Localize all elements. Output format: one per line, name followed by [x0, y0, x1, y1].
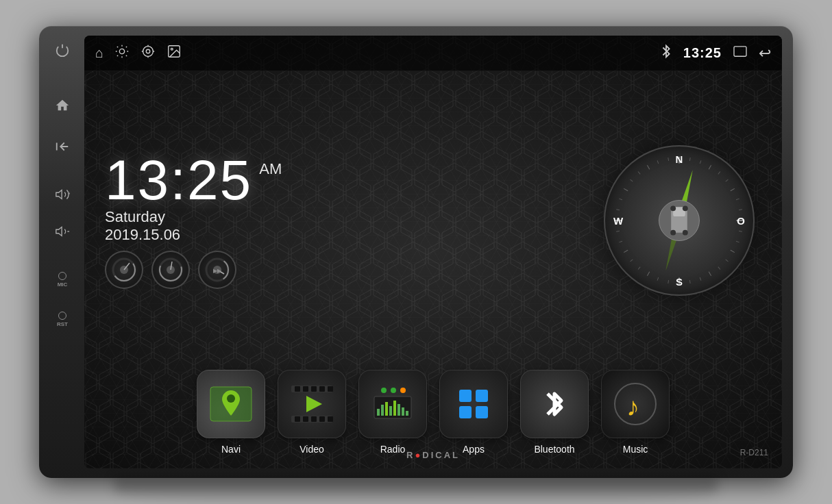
apps-label: Apps: [463, 444, 485, 455]
svg-line-58: [739, 231, 742, 231]
svg-rect-113: [459, 390, 472, 402]
rst-button[interactable]: RST: [51, 308, 73, 330]
svg-rect-111: [402, 407, 404, 416]
svg-line-64: [668, 280, 669, 284]
back-icon[interactable]: ↩: [759, 45, 771, 62]
svg-line-12: [117, 47, 118, 47]
svg-rect-97: [311, 416, 317, 422]
home-side-button[interactable]: [51, 94, 73, 116]
svg-line-70: [616, 210, 620, 210]
svg-line-41: [709, 165, 711, 169]
svg-line-47: [647, 272, 649, 276]
left-buttons: + MIC RST: [39, 26, 86, 478]
svg-rect-116: [476, 406, 488, 418]
svg-line-55: [726, 179, 729, 181]
apps-row: Navi: [84, 363, 782, 468]
radio-app[interactable]: Radio: [358, 370, 427, 455]
svg-marker-100: [306, 396, 322, 412]
svg-line-57: [739, 210, 742, 210]
svg-line-59: [736, 241, 739, 242]
status-time: 13:25: [683, 45, 722, 61]
svg-line-48: [624, 250, 628, 252]
bluetooth-app[interactable]: Bluetooth: [520, 370, 589, 455]
svg-line-51: [647, 165, 649, 169]
radio-icon-box[interactable]: [358, 370, 427, 438]
svg-text:+: +: [68, 191, 70, 196]
svg-rect-112: [406, 411, 408, 416]
vol-up-button[interactable]: +: [51, 184, 73, 205]
gps-icon[interactable]: [140, 44, 156, 62]
bluetooth-status-icon[interactable]: [660, 44, 672, 62]
svg-marker-0: [56, 190, 62, 199]
svg-rect-99: [328, 416, 333, 422]
clock-time-row: 13:25 AM: [105, 152, 583, 208]
vol-down-button[interactable]: [51, 220, 73, 242]
svg-line-72: [631, 179, 633, 181]
clock-ampm: AM: [259, 160, 282, 178]
svg-rect-93: [328, 386, 333, 392]
bluetooth-icon-box[interactable]: [520, 370, 589, 438]
screen-wrapper: ⌂: [84, 36, 782, 468]
svg-point-81: [670, 230, 676, 236]
brightness-icon[interactable]: [114, 44, 130, 62]
svg-marker-3: [56, 227, 62, 236]
navi-app[interactable]: Navi: [197, 370, 265, 455]
svg-rect-114: [476, 390, 488, 402]
clock-display: 13:25: [105, 152, 252, 208]
svg-point-84: [683, 205, 688, 211]
svg-rect-96: [303, 416, 308, 422]
apps-app[interactable]: Apps: [439, 370, 508, 455]
navi-icon-box[interactable]: [197, 370, 265, 438]
svg-line-52: [689, 158, 690, 161]
clock-section: 13:25 AM Saturday 2019.15.06: [105, 85, 583, 356]
bluetooth-label: Bluetooth: [534, 444, 574, 455]
status-bar-right: 13:25 ↩: [660, 44, 771, 62]
svg-line-13: [126, 55, 127, 56]
svg-point-83: [670, 205, 676, 211]
compass-north: N: [676, 153, 683, 165]
image-icon[interactable]: [167, 44, 182, 62]
svg-point-18: [146, 49, 150, 53]
svg-rect-91: [311, 386, 317, 392]
svg-rect-90: [303, 386, 308, 392]
music-app[interactable]: ♪ Music: [601, 370, 670, 455]
svg-rect-89: [295, 386, 300, 392]
svg-rect-107: [385, 402, 388, 416]
video-icon-box[interactable]: [278, 370, 346, 438]
status-bar-left: ⌂: [95, 44, 182, 62]
svg-line-44: [731, 250, 735, 252]
svg-line-61: [718, 267, 720, 270]
svg-rect-26: [734, 47, 746, 56]
svg-line-74: [657, 160, 659, 164]
svg-line-65: [657, 277, 659, 281]
compass-west: W: [613, 215, 623, 227]
svg-line-71: [619, 199, 622, 200]
back-side-button[interactable]: [51, 136, 73, 158]
clock-day: Saturday: [105, 208, 583, 226]
svg-line-16: [117, 55, 118, 56]
video-label: Video: [299, 444, 324, 455]
gauge-3: ▶▶: [198, 251, 236, 289]
svg-line-42: [731, 188, 735, 190]
svg-point-103: [400, 388, 406, 393]
apps-icon-box[interactable]: [439, 370, 508, 438]
power-button[interactable]: [51, 40, 73, 62]
svg-rect-104: [374, 396, 411, 418]
svg-point-19: [143, 47, 154, 57]
compass-section: /* ticks via template */: [597, 85, 761, 356]
music-icon-box[interactable]: ♪: [601, 370, 670, 438]
svg-rect-110: [397, 404, 400, 416]
video-app[interactable]: Video: [278, 370, 346, 455]
svg-line-50: [624, 188, 628, 190]
svg-point-25: [171, 48, 173, 50]
window-icon[interactable]: [733, 45, 748, 61]
svg-line-60: [726, 260, 729, 262]
svg-point-82: [683, 230, 688, 236]
svg-line-66: [638, 267, 640, 270]
home-icon[interactable]: ⌂: [95, 45, 103, 61]
svg-line-75: [668, 158, 669, 161]
navi-label: Navi: [221, 444, 241, 455]
svg-point-87: [227, 394, 235, 403]
svg-line-53: [700, 160, 701, 164]
radio-label: Radio: [380, 444, 406, 455]
